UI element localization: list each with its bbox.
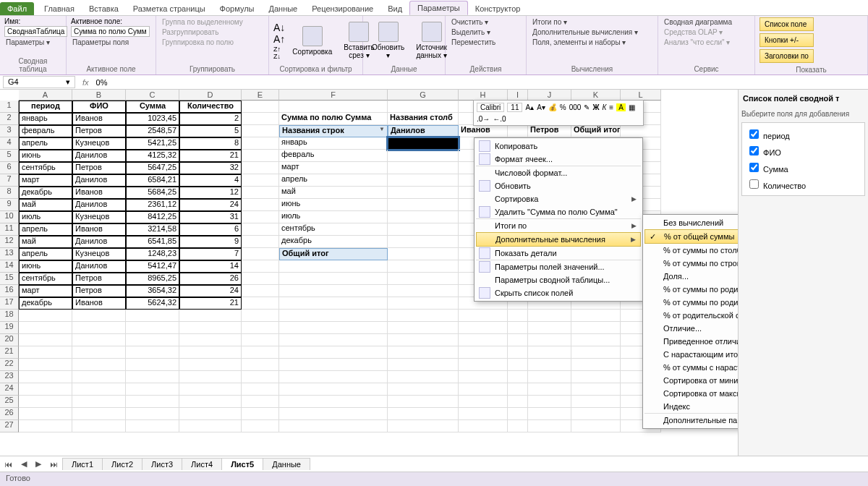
cell[interactable] xyxy=(528,420,571,432)
cell[interactable]: Данилов xyxy=(72,150,126,162)
tab-design[interactable]: Конструктор xyxy=(468,2,528,15)
cell[interactable]: Данилов xyxy=(72,236,126,248)
col-header-H[interactable]: H xyxy=(459,90,508,101)
cell[interactable] xyxy=(279,396,388,408)
cell[interactable] xyxy=(126,310,179,322)
cell[interactable] xyxy=(459,322,508,334)
cell[interactable] xyxy=(279,101,388,113)
tab-formulas[interactable]: Формулы xyxy=(213,2,262,15)
cell[interactable] xyxy=(279,297,388,310)
cell[interactable] xyxy=(242,346,279,359)
cell[interactable] xyxy=(179,396,242,408)
row-header[interactable]: 20 xyxy=(0,334,19,346)
row-header[interactable]: 18 xyxy=(0,310,19,322)
ctx-item[interactable]: Параметры сводной таблицы... xyxy=(476,273,641,286)
change-source-btn[interactable]: Источник данных ▾ xyxy=(416,43,447,59)
cell[interactable]: 31 xyxy=(179,211,242,223)
row-header[interactable]: 21 xyxy=(0,346,19,359)
sheet-tab[interactable]: Лист5 xyxy=(221,458,263,470)
cell[interactable] xyxy=(459,396,508,408)
ctx-item[interactable]: Скрыть список полей xyxy=(476,286,641,299)
cell[interactable]: май xyxy=(19,199,72,211)
cell[interactable]: 6584,21 xyxy=(126,174,179,187)
cell[interactable] xyxy=(508,334,528,346)
cell[interactable] xyxy=(528,346,571,359)
cell[interactable] xyxy=(528,371,571,383)
col-header-A[interactable]: A xyxy=(19,90,72,101)
ctx-item[interactable]: Обновить xyxy=(476,179,641,192)
tab-pagelayout[interactable]: Разметка страницы xyxy=(126,2,213,15)
ctx-item[interactable]: Сортировка▶ xyxy=(476,192,641,205)
cell[interactable] xyxy=(126,346,179,359)
submenu-item[interactable]: Сортировка от максимального к минимально… xyxy=(644,387,738,400)
cell[interactable] xyxy=(242,420,279,432)
submenu-item[interactable]: % от суммы с нарастающим итогом в поле..… xyxy=(644,361,738,374)
row-header[interactable]: 14 xyxy=(0,260,19,273)
cell[interactable] xyxy=(72,371,126,383)
summarize-by-btn[interactable]: Итоги по ▾ xyxy=(531,17,639,27)
cell[interactable]: 21 xyxy=(179,297,242,310)
row-header[interactable]: 3 xyxy=(0,125,19,137)
cell[interactable] xyxy=(508,396,528,408)
cell[interactable] xyxy=(179,322,242,334)
cell[interactable]: апрель xyxy=(19,248,72,260)
pivot-options-btn[interactable]: Параметры ▾ xyxy=(4,38,67,47)
row-header[interactable]: 26 xyxy=(0,408,19,420)
ctx-item[interactable]: Показать детали xyxy=(476,247,641,260)
cell[interactable] xyxy=(508,420,528,432)
cell[interactable] xyxy=(528,408,571,420)
submenu-item[interactable]: Индекс xyxy=(644,400,738,414)
sheet-tab[interactable]: Лист1 xyxy=(62,458,103,470)
col-header-B[interactable]: B xyxy=(72,90,126,101)
col-header-I[interactable]: I xyxy=(508,90,528,101)
cell[interactable] xyxy=(242,101,279,113)
cell[interactable] xyxy=(242,150,279,162)
submenu-item[interactable]: % от суммы по строке xyxy=(644,257,738,270)
mini-shrink-icon[interactable]: A▾ xyxy=(537,103,545,111)
cell[interactable] xyxy=(528,359,571,371)
cell[interactable] xyxy=(126,359,179,371)
cell[interactable]: 24 xyxy=(179,285,242,297)
cell[interactable] xyxy=(242,187,279,199)
cell[interactable] xyxy=(242,260,279,273)
cell[interactable]: 3654,32 xyxy=(126,285,179,297)
cell[interactable]: май xyxy=(279,187,388,199)
cell[interactable] xyxy=(279,420,388,432)
row-header[interactable]: 24 xyxy=(0,383,19,396)
mini-decinc-icon[interactable]: .0→ xyxy=(477,115,490,123)
cell[interactable] xyxy=(388,150,459,162)
cell[interactable]: 8412,25 xyxy=(126,211,179,223)
cell[interactable] xyxy=(528,310,571,322)
cell[interactable] xyxy=(242,310,279,322)
cell[interactable] xyxy=(571,310,621,322)
field-checkbox[interactable]: период xyxy=(745,126,861,142)
cell[interactable] xyxy=(179,408,242,420)
cell[interactable]: январь xyxy=(279,137,388,150)
submenu-item[interactable]: % от суммы по родительской строке xyxy=(644,283,738,296)
cell[interactable] xyxy=(242,223,279,236)
cell[interactable] xyxy=(72,322,126,334)
ungroup-btn[interactable]: Разгруппировать xyxy=(161,27,244,37)
mini-decdec-icon[interactable]: ←.0 xyxy=(493,115,506,123)
cell[interactable] xyxy=(179,371,242,383)
tab-options[interactable]: Параметры xyxy=(409,1,468,15)
row-header[interactable]: 2 xyxy=(0,113,19,125)
cell[interactable] xyxy=(508,408,528,420)
cell[interactable] xyxy=(459,408,508,420)
cell[interactable]: Иванов xyxy=(459,125,508,137)
cell[interactable] xyxy=(388,322,459,334)
cell[interactable] xyxy=(19,371,72,383)
cell[interactable] xyxy=(72,346,126,359)
cell[interactable]: Кузнецов xyxy=(72,137,126,150)
cell[interactable]: 1023,45 xyxy=(126,113,179,125)
cell[interactable] xyxy=(459,420,508,432)
cell[interactable]: Иванов xyxy=(72,223,126,236)
submenu-item[interactable]: % от родительской суммы... xyxy=(644,309,738,322)
cell[interactable] xyxy=(388,310,459,322)
ctx-item[interactable]: Дополнительные вычисления▶ xyxy=(476,232,641,247)
cell[interactable] xyxy=(528,334,571,346)
cell[interactable] xyxy=(388,260,459,273)
cell[interactable]: 2 xyxy=(179,113,242,125)
cell[interactable]: апрель xyxy=(19,137,72,150)
cell[interactable] xyxy=(242,334,279,346)
